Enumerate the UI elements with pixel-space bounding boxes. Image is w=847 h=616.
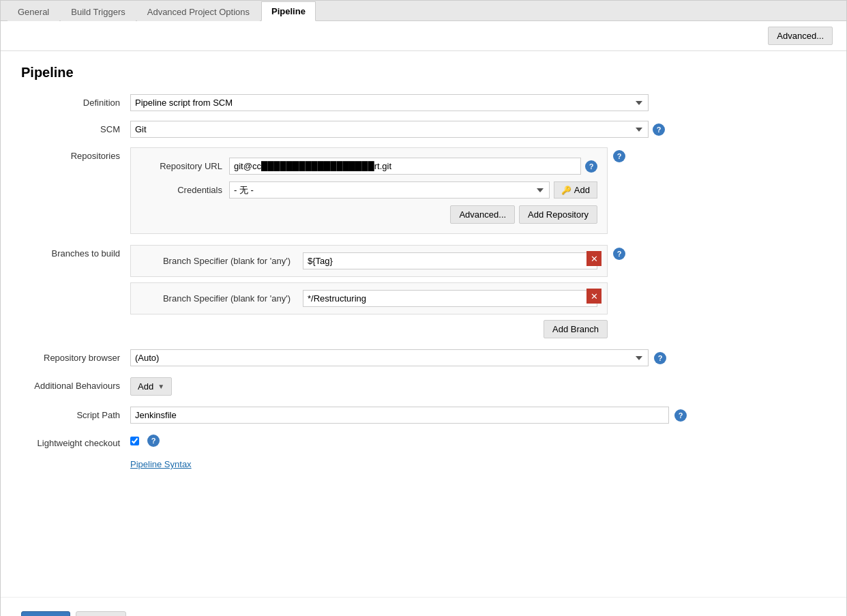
script-path-label: Script Path bbox=[21, 407, 130, 420]
branch-specifier-2-input[interactable] bbox=[303, 290, 597, 307]
credentials-label: Credentials bbox=[140, 185, 229, 195]
repository-box: Repository URL ? Credentials - 无 - bbox=[130, 147, 608, 234]
repo-url-input-wrap bbox=[229, 158, 581, 175]
top-advanced-button[interactable]: Advanced... bbox=[768, 27, 833, 45]
scm-row: SCM NoneGit ? bbox=[21, 121, 826, 138]
branches-help-icon[interactable]: ? bbox=[613, 248, 625, 260]
branches-label: Branches to build bbox=[21, 245, 130, 259]
branch-box-2: ✕ Branch Specifier (blank for 'any') bbox=[130, 282, 608, 314]
pipeline-title: Pipeline bbox=[21, 65, 826, 80]
script-path-input[interactable] bbox=[130, 407, 669, 424]
repo-url-label: Repository URL bbox=[140, 161, 229, 171]
branch-2-row: Branch Specifier (blank for 'any') bbox=[140, 290, 597, 307]
repo-browser-row: Repository browser (Auto) ? bbox=[21, 349, 826, 366]
scm-control: NoneGit ? bbox=[130, 121, 826, 138]
additional-behaviours-row: Additional Behaviours Add ▼ bbox=[21, 377, 826, 396]
definition-row: Definition Pipeline script from SCMPipel… bbox=[21, 94, 826, 111]
add-behaviour-label: Add bbox=[138, 381, 153, 392]
save-button[interactable]: Save bbox=[21, 611, 70, 616]
branch-specifier-1-input[interactable] bbox=[303, 252, 597, 269]
tabs-bar: General Build Triggers Advanced Project … bbox=[1, 1, 846, 21]
remove-branch-2-button[interactable]: ✕ bbox=[586, 289, 601, 304]
apply-button[interactable]: Apply bbox=[76, 611, 127, 616]
tab-general[interactable]: General bbox=[8, 2, 59, 21]
branches-section-row: Branches to build ✕ Branch Specifier (bl… bbox=[21, 245, 826, 338]
repositories-section-row: Repositories Repository URL ? bbox=[21, 147, 826, 234]
repo-url-help-icon[interactable]: ? bbox=[585, 160, 597, 173]
script-path-help-icon[interactable]: ? bbox=[674, 409, 687, 422]
lightweight-checkout-row: Lightweight checkout ? bbox=[21, 435, 826, 448]
repo-browser-help-icon[interactable]: ? bbox=[654, 352, 666, 364]
tab-build-triggers[interactable]: Build Triggers bbox=[61, 2, 135, 21]
repo-browser-label: Repository browser bbox=[21, 349, 130, 363]
definition-select[interactable]: Pipeline script from SCMPipeline script bbox=[130, 94, 649, 111]
repo-browser-select[interactable]: (Auto) bbox=[130, 349, 649, 366]
additional-behaviours-content: Add ▼ bbox=[130, 377, 826, 396]
script-path-row: Script Path ? bbox=[21, 407, 826, 424]
tab-advanced-project-options[interactable]: Advanced Project Options bbox=[137, 2, 260, 21]
repo-url-input[interactable] bbox=[229, 158, 581, 175]
lightweight-checkout-checkbox[interactable] bbox=[130, 437, 139, 445]
credentials-input-wrap: - 无 - 🔑 Add bbox=[229, 181, 597, 199]
scm-select[interactable]: NoneGit bbox=[130, 121, 649, 138]
lightweight-checkout-label: Lightweight checkout bbox=[21, 435, 130, 448]
add-cred-label: Add bbox=[574, 185, 590, 195]
additional-behaviours-label: Additional Behaviours bbox=[21, 377, 130, 391]
script-path-content: ? bbox=[130, 407, 826, 424]
scm-help-icon[interactable]: ? bbox=[653, 123, 665, 136]
branch-specifier-2-label: Branch Specifier (blank for 'any') bbox=[140, 293, 297, 304]
pipeline-syntax-row: Pipeline Syntax bbox=[21, 459, 826, 469]
main-content: Pipeline Definition Pipeline script from… bbox=[1, 51, 846, 597]
repo-url-row: Repository URL ? bbox=[140, 158, 597, 175]
footer-buttons: Save Apply bbox=[1, 597, 846, 616]
repositories-content: Repository URL ? Credentials - 无 - bbox=[130, 147, 826, 234]
credentials-select[interactable]: - 无 - bbox=[229, 181, 550, 199]
dropdown-arrow-icon: ▼ bbox=[158, 383, 164, 390]
repositories-label: Repositories bbox=[21, 147, 130, 161]
repo-browser-content: (Auto) ? bbox=[130, 349, 826, 366]
advanced-button[interactable]: Advanced... bbox=[450, 205, 515, 224]
lightweight-checkout-content: ? bbox=[130, 435, 826, 447]
branch-footer: Add Branch bbox=[130, 320, 608, 338]
pipeline-syntax-link[interactable]: Pipeline Syntax bbox=[130, 459, 192, 469]
pipeline-syntax-content: Pipeline Syntax bbox=[130, 459, 826, 469]
repo-buttons: Advanced... Add Repository bbox=[140, 205, 597, 224]
repositories-help-icon[interactable]: ? bbox=[613, 150, 625, 162]
remove-branch-1-button[interactable]: ✕ bbox=[586, 251, 601, 266]
key-icon: 🔑 bbox=[561, 186, 571, 195]
definition-label: Definition bbox=[21, 94, 130, 108]
branch-specifier-1-label: Branch Specifier (blank for 'any') bbox=[140, 256, 297, 266]
add-credential-button[interactable]: 🔑 Add bbox=[554, 181, 597, 199]
add-repository-button[interactable]: Add Repository bbox=[519, 205, 597, 224]
tab-pipeline[interactable]: Pipeline bbox=[261, 1, 316, 21]
add-branch-button[interactable]: Add Branch bbox=[544, 320, 608, 338]
definition-control: Pipeline script from SCMPipeline script bbox=[130, 94, 826, 111]
lightweight-checkout-help-icon[interactable]: ? bbox=[147, 435, 160, 447]
pipeline-syntax-spacer bbox=[21, 459, 130, 463]
branches-content: ✕ Branch Specifier (blank for 'any') ✕ B… bbox=[130, 245, 826, 338]
credentials-row: Credentials - 无 - 🔑 Add bbox=[140, 181, 597, 199]
top-advanced-area: Advanced... bbox=[1, 21, 846, 51]
branch-1-row: Branch Specifier (blank for 'any') bbox=[140, 252, 597, 269]
scm-label: SCM bbox=[21, 121, 130, 134]
branch-box-1: ✕ Branch Specifier (blank for 'any') bbox=[130, 245, 608, 277]
add-behaviour-button[interactable]: Add ▼ bbox=[130, 377, 172, 396]
